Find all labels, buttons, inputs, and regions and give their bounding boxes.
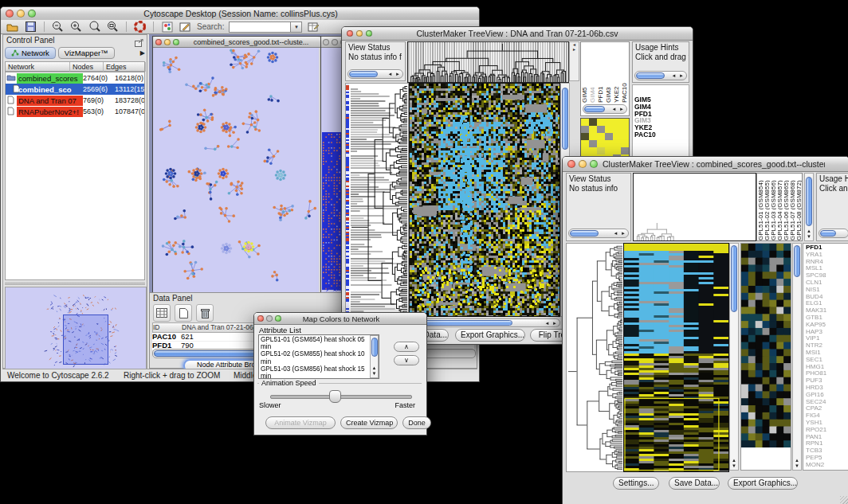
- gene-label[interactable]: PAN1: [806, 434, 848, 441]
- summary-cell[interactable]: [589, 126, 597, 133]
- summary-cell[interactable]: [581, 133, 589, 140]
- scroll-arrows-icon[interactable]: ◄ ►: [613, 231, 626, 236]
- attribute-item[interactable]: GPL51-01 (GSM854) heat shock 05 min: [261, 336, 377, 350]
- summary-cell[interactable]: [621, 119, 629, 126]
- gene-label[interactable]: ELG1: [806, 300, 848, 307]
- attribute-item[interactable]: GPL51-03 (GSM856) heat shock 15 min: [261, 365, 377, 379]
- summary-cell[interactable]: [605, 140, 613, 147]
- array-label-scrollbar[interactable]: ▲▼: [804, 173, 814, 241]
- gene-label[interactable]: PHO81: [806, 370, 848, 377]
- summary-cell[interactable]: [589, 133, 597, 140]
- zoom-in-icon[interactable]: [69, 21, 83, 33]
- summary-cell[interactable]: [605, 119, 613, 126]
- gene-label[interactable]: SEC1: [806, 357, 848, 364]
- gene-label[interactable]: NTR2: [806, 342, 848, 350]
- create-vizmap-button[interactable]: Create Vizmap: [340, 416, 398, 429]
- scrollbar-thumb[interactable]: [371, 338, 378, 357]
- close-button[interactable]: [257, 315, 264, 322]
- column-dendrogram[interactable]: [407, 41, 569, 83]
- new-attribute-icon[interactable]: [175, 304, 192, 322]
- gene-label[interactable]: HMG1: [806, 364, 848, 371]
- treeview1-titlebar[interactable]: ClusterMaker TreeView : DNA and Tran 07-…: [342, 27, 693, 41]
- summary-cell[interactable]: [597, 119, 605, 126]
- network-list-row[interactable]: combined_sco2569(6)13112(15): [6, 84, 144, 95]
- dropdown-arrow-icon[interactable]: ▼: [290, 22, 301, 32]
- network-list-row[interactable]: combined_scores2764(0)16218(0): [6, 72, 144, 84]
- attribute-item[interactable]: GPL51-02 (GSM855) heat shock 10 min: [261, 350, 377, 365]
- delete-attribute-icon[interactable]: [196, 304, 214, 322]
- scrollbar-thumb[interactable]: [349, 71, 378, 77]
- birdseye-view[interactable]: [5, 287, 147, 369]
- gene-label[interactable]: YSH1: [806, 420, 848, 427]
- move-up-button[interactable]: ∧: [394, 342, 419, 352]
- gene-label[interactable]: YRA1: [806, 252, 848, 259]
- gene-label[interactable]: PEP5: [806, 455, 848, 462]
- scrollbar-thumb[interactable]: [820, 230, 836, 236]
- scrollbar-thumb[interactable]: [794, 245, 800, 277]
- column-header[interactable]: Edges: [104, 62, 146, 72]
- scrollbar-thumb[interactable]: [806, 177, 812, 226]
- scroll-arrows-icon[interactable]: ◄ ►: [544, 321, 558, 326]
- save-data-button[interactable]: Save Data...: [669, 477, 720, 490]
- zoom-button[interactable]: [28, 10, 36, 18]
- move-down-button[interactable]: ∨: [394, 355, 419, 365]
- close-button[interactable]: [567, 160, 575, 168]
- minimize-button[interactable]: [17, 10, 25, 18]
- gene-label[interactable]: CPA2: [806, 405, 848, 412]
- row-dendrogram[interactable]: [345, 83, 409, 317]
- close-button[interactable]: [347, 30, 353, 37]
- gene-label[interactable]: MSL1: [806, 265, 848, 272]
- summary-cell[interactable]: [605, 133, 613, 140]
- network-list-row[interactable]: DNA and Tran 07769(0)183728(0): [6, 95, 144, 106]
- gene-label[interactable]: PFD1: [806, 244, 848, 252]
- view-status-scrollbar[interactable]: ◄ ►: [347, 69, 403, 79]
- gene-label[interactable]: SPC98: [806, 272, 848, 279]
- summary-cell[interactable]: [613, 133, 621, 140]
- save-icon[interactable]: [24, 21, 37, 33]
- select-attributes-icon[interactable]: [153, 304, 171, 322]
- attribute-list-scrollbar[interactable]: ▲▼: [370, 335, 379, 378]
- gene-label[interactable]: MON2: [806, 462, 848, 469]
- annotation-icon[interactable]: [179, 21, 192, 33]
- tab-overflow-icon[interactable]: ▶: [140, 49, 145, 57]
- gene-label[interactable]: PAC10: [634, 131, 687, 139]
- zoom-out-icon[interactable]: [51, 21, 65, 33]
- summary-cell[interactable]: [581, 140, 589, 147]
- summary-cell[interactable]: [597, 147, 605, 154]
- summary-cell[interactable]: [605, 147, 613, 154]
- dendrogram-scroll-strip[interactable]: ◄ ►: [569, 41, 579, 81]
- gene-label[interactable]: NIS1: [806, 287, 848, 294]
- summary-cell[interactable]: [597, 140, 605, 147]
- summary-cell[interactable]: [589, 147, 597, 154]
- zoom-button[interactable]: [366, 30, 372, 37]
- vizmap-icon[interactable]: [160, 21, 174, 33]
- attribute-editor-icon[interactable]: [307, 21, 320, 33]
- summary-cell[interactable]: [597, 126, 605, 133]
- panel-divider[interactable]: [5, 282, 145, 285]
- gene-label[interactable]: PFD1: [634, 111, 687, 118]
- dialog-titlebar[interactable]: Map Colors to Network: [254, 313, 426, 325]
- gene-label[interactable]: MAK31: [806, 307, 848, 315]
- minimize-button[interactable]: [164, 39, 171, 45]
- gene-label[interactable]: RPN1: [806, 440, 848, 447]
- search-input[interactable]: ▼: [229, 21, 302, 33]
- summary-cell[interactable]: [605, 126, 613, 133]
- done-button[interactable]: Done: [402, 416, 431, 429]
- scrollbar-thumb[interactable]: [570, 230, 599, 236]
- sub-heatmap[interactable]: [741, 244, 791, 447]
- open-file-icon[interactable]: [6, 21, 19, 33]
- heatmap-view[interactable]: [623, 243, 729, 472]
- minimize-button[interactable]: [266, 315, 273, 322]
- column-header[interactable]: Nodes: [70, 62, 104, 72]
- summary-cell[interactable]: [613, 147, 621, 154]
- summary-cell[interactable]: [613, 119, 621, 126]
- scroll-arrows-icon[interactable]: ◄ ►: [387, 72, 401, 76]
- minimize-button[interactable]: [356, 30, 363, 37]
- export-graphics-button[interactable]: Export Graphics...: [728, 477, 798, 490]
- usage-hints-scrollbar[interactable]: [819, 229, 848, 238]
- attribute-list[interactable]: GPL51-01 (GSM854) heat shock 05 minGPL51…: [258, 334, 379, 379]
- array-label-scrollbar[interactable]: ◄ ►: [583, 104, 627, 114]
- summary-cell[interactable]: [621, 126, 629, 133]
- gene-label[interactable]: GIM4: [634, 104, 687, 111]
- settings-button[interactable]: Settings...: [613, 477, 659, 490]
